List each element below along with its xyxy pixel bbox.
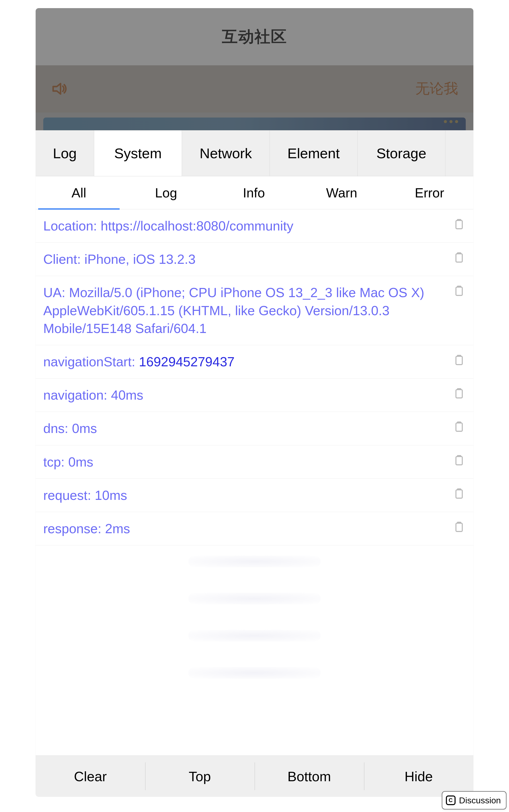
tab-label: Element <box>287 145 340 162</box>
top-button[interactable]: Top <box>145 756 254 797</box>
tab-label: Storage <box>376 145 426 162</box>
hero-dots <box>444 120 458 123</box>
log-text: request: 10ms <box>43 486 443 504</box>
svg-rect-7 <box>456 456 463 465</box>
log-text: dns: 0ms <box>43 420 443 437</box>
clear-button[interactable]: Clear <box>36 756 145 797</box>
discussion-badge-label: Discussion <box>459 796 501 805</box>
svg-rect-3 <box>456 287 463 295</box>
clipboard-icon[interactable] <box>453 454 466 467</box>
svg-rect-5 <box>456 390 463 398</box>
app-header: 互动社区 <box>36 8 473 65</box>
tab-label: Log <box>53 145 77 162</box>
tab-label: Network <box>200 145 252 162</box>
tab-network[interactable]: Network <box>182 131 270 176</box>
clipboard-icon[interactable] <box>453 421 466 433</box>
log-row: navigation: 40ms <box>36 379 473 412</box>
log-empty-area <box>36 545 473 689</box>
toolbar-label: Bottom <box>287 769 331 784</box>
subtab-info[interactable]: Info <box>210 176 298 209</box>
log-text: response: 2ms <box>43 520 443 537</box>
subtab-error[interactable]: Error <box>385 176 473 209</box>
subtab-log[interactable]: Log <box>122 176 210 209</box>
log-text: Client: iPhone, iOS 13.2.3 <box>43 250 443 268</box>
announcement-text: 无论我 <box>415 79 458 99</box>
clipboard-icon[interactable] <box>453 354 466 366</box>
tab-element[interactable]: Element <box>270 131 358 176</box>
announcement-bar: 无论我 <box>36 65 473 112</box>
tab-label: System <box>114 145 162 162</box>
subtab-label: All <box>71 185 86 201</box>
speaker-icon <box>51 80 69 98</box>
hide-button[interactable]: Hide <box>364 756 473 797</box>
clipboard-icon[interactable] <box>453 487 466 500</box>
svg-marker-0 <box>53 84 61 94</box>
log-row: request: 10ms <box>36 479 473 512</box>
clipboard-icon[interactable] <box>453 387 466 400</box>
log-row: UA: Mozilla/5.0 (iPhone; CPU iPhone OS 1… <box>36 276 473 345</box>
log-text: navigation: 40ms <box>43 386 443 404</box>
subtab-label: Warn <box>326 185 357 201</box>
clipboard-icon[interactable] <box>453 521 466 533</box>
device-frame: 互动社区 无论我 Log System <box>36 8 473 797</box>
log-row: response: 2ms <box>36 512 473 545</box>
log-text: Location: https://localhost:8080/communi… <box>43 217 443 235</box>
svg-rect-1 <box>456 220 463 229</box>
svg-rect-6 <box>456 423 463 431</box>
subtab-all[interactable]: All <box>36 176 122 209</box>
vconsole-panel: Log System Network Element Storage All L… <box>36 130 473 797</box>
clipboard-icon[interactable] <box>453 251 466 264</box>
svg-rect-2 <box>456 254 463 262</box>
tab-storage[interactable]: Storage <box>358 131 445 176</box>
vconsole-log-list[interactable]: Location: https://localhost:8080/communi… <box>36 209 473 755</box>
tabbar-gap <box>445 131 473 176</box>
log-text: UA: Mozilla/5.0 (iPhone; CPU iPhone OS 1… <box>43 284 443 337</box>
vconsole-subtabs: All Log Info Warn Error <box>36 176 473 209</box>
toolbar-label: Clear <box>74 769 107 784</box>
vconsole-toolbar: Clear Top Bottom Hide <box>36 755 473 797</box>
log-row: dns: 0ms <box>36 412 473 445</box>
log-row: Location: https://localhost:8080/communi… <box>36 209 473 243</box>
log-text: navigationStart: 1692945279437 <box>43 353 443 370</box>
svg-rect-8 <box>456 490 463 498</box>
toolbar-label: Top <box>189 769 211 784</box>
tab-system[interactable]: System <box>94 131 182 176</box>
log-row: Client: iPhone, iOS 13.2.3 <box>36 243 473 276</box>
subtab-label: Info <box>243 185 265 201</box>
app-title: 互动社区 <box>222 26 287 47</box>
toolbar-label: Hide <box>404 769 433 784</box>
discussion-badge-icon: C <box>446 796 455 805</box>
subtab-warn[interactable]: Warn <box>298 176 385 209</box>
subtab-label: Log <box>155 185 177 201</box>
tab-log[interactable]: Log <box>36 131 94 176</box>
subtab-label: Error <box>415 185 444 201</box>
clipboard-icon[interactable] <box>453 218 466 231</box>
page: 互动社区 无论我 Log System <box>0 0 509 812</box>
discussion-badge[interactable]: C Discussion <box>442 791 506 809</box>
log-text: tcp: 0ms <box>43 453 443 471</box>
clipboard-icon[interactable] <box>453 285 466 297</box>
vconsole-tabbar: Log System Network Element Storage <box>36 131 473 176</box>
log-row: tcp: 0ms <box>36 446 473 479</box>
bottom-button[interactable]: Bottom <box>254 756 364 797</box>
svg-rect-4 <box>456 356 463 365</box>
svg-rect-9 <box>456 523 463 532</box>
log-row: navigationStart: 1692945279437 <box>36 345 473 379</box>
